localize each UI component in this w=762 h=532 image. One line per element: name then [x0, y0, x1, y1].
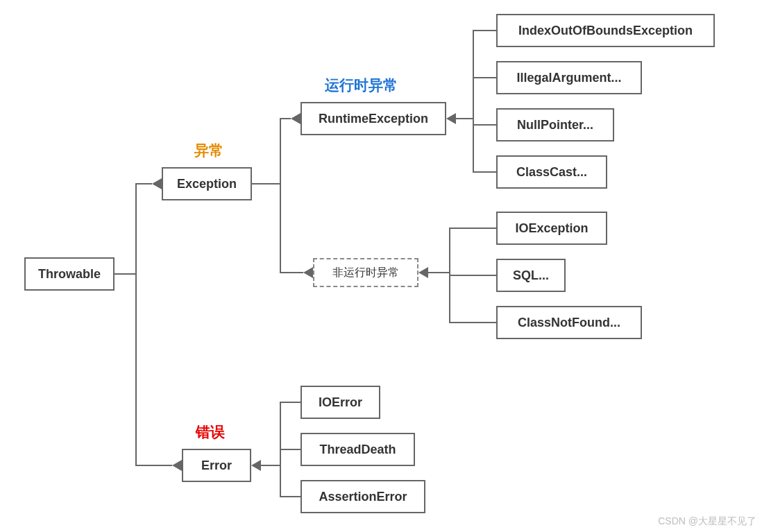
arrow-icon	[172, 460, 182, 471]
connector	[473, 77, 496, 78]
connector	[135, 183, 152, 185]
node-class-cast: ClassCast...	[496, 155, 607, 189]
connector	[261, 465, 280, 466]
watermark: CSDN @大星星不见了	[658, 515, 756, 528]
connector	[280, 118, 281, 273]
connector	[473, 124, 496, 126]
connector	[280, 272, 303, 273]
connector	[449, 322, 496, 323]
arrow-icon	[291, 113, 300, 124]
connector	[280, 402, 300, 403]
connector	[449, 228, 496, 229]
connector	[280, 496, 300, 497]
node-io-error: IOError	[300, 386, 380, 419]
node-class-not-found: ClassNotFound...	[496, 306, 642, 339]
arrow-icon	[303, 267, 313, 278]
node-runtime-exception: RuntimeException	[300, 102, 446, 135]
node-non-runtime-exception: 非运行时异常	[313, 258, 418, 287]
connector	[473, 30, 474, 173]
connector	[252, 183, 280, 185]
connector	[456, 118, 473, 119]
label-error-cn: 错误	[196, 422, 225, 442]
node-thread-death: ThreadDeath	[300, 433, 415, 466]
diagram-canvas: Throwable Exception Error RuntimeExcepti…	[0, 0, 762, 532]
node-illegal-argument: IllegalArgument...	[496, 61, 642, 94]
label-exception-cn: 异常	[194, 141, 223, 160]
arrow-icon	[251, 460, 261, 471]
connector	[135, 183, 137, 466]
node-null-pointer: NullPointer...	[496, 108, 614, 141]
node-exception: Exception	[162, 167, 252, 200]
connector	[135, 465, 172, 466]
arrow-icon	[152, 178, 162, 189]
node-ioobe: IndexOutOfBoundsException	[496, 14, 715, 47]
node-assertion-error: AssertionError	[300, 480, 425, 513]
arrow-icon	[446, 113, 456, 124]
node-error: Error	[182, 449, 251, 482]
connector	[473, 171, 496, 173]
label-runtime-cn: 运行时异常	[325, 76, 398, 95]
node-sql: SQL...	[496, 259, 566, 292]
connector	[473, 30, 496, 31]
connector	[280, 118, 291, 119]
node-throwable: Throwable	[24, 257, 115, 291]
connector	[428, 272, 449, 273]
connector	[115, 273, 135, 275]
node-io-exception: IOException	[496, 212, 607, 245]
arrow-icon	[418, 267, 428, 278]
connector	[449, 275, 496, 276]
connector	[280, 449, 300, 450]
